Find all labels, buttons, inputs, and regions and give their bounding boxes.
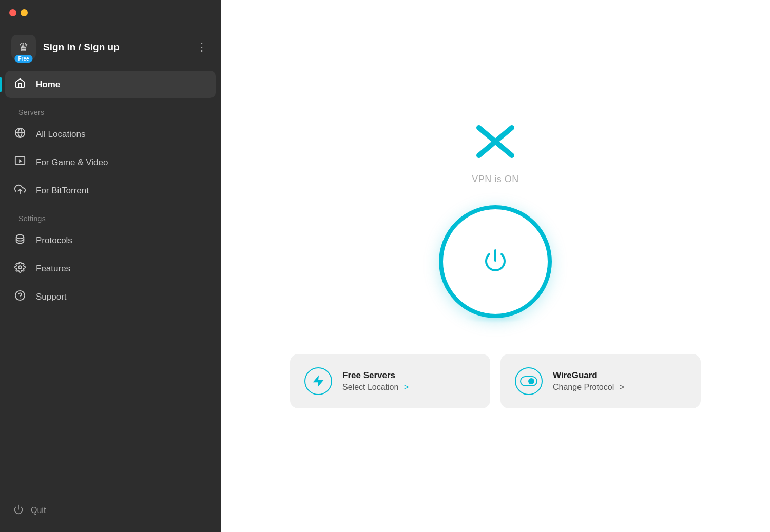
wireguard-arrow: > (620, 383, 624, 391)
sidebar: ♛ Free Sign in / Sign up ⋮ Home Servers (0, 0, 221, 532)
crown-icon: ♛ (18, 41, 29, 54)
sidebar-item-home-label: Home (36, 80, 60, 90)
sidebar-item-support[interactable]: Support (5, 283, 216, 310)
logo (475, 124, 516, 160)
sidebar-item-game-video-label: For Game & Video (36, 157, 108, 168)
svg-point-14 (528, 378, 534, 384)
wireguard-subtitle: Change Protocol > (553, 383, 686, 392)
bottom-cards: Free Servers Select Location > WireGuard… (264, 354, 726, 408)
svg-point-6 (18, 266, 22, 269)
free-servers-icon-wrap (304, 367, 332, 395)
sidebar-item-home[interactable]: Home (5, 71, 216, 98)
free-servers-text: Free Servers Select Location > (342, 370, 476, 392)
servers-label: Servers (5, 99, 216, 121)
power-button[interactable] (439, 205, 552, 318)
quit-icon (13, 504, 24, 517)
sidebar-item-features[interactable]: Features (5, 255, 216, 282)
play-icon (13, 155, 27, 169)
power-icon (480, 246, 511, 277)
wireguard-card[interactable]: WireGuard Change Protocol > (500, 354, 701, 408)
wireguard-text: WireGuard Change Protocol > (553, 370, 686, 392)
close-button[interactable] (9, 9, 16, 16)
svg-point-5 (16, 235, 24, 239)
user-section: ♛ Free Sign in / Sign up ⋮ (0, 26, 221, 71)
title-bar (0, 0, 221, 26)
sidebar-item-all-locations[interactable]: All Locations (5, 121, 216, 148)
gear-icon (13, 262, 27, 275)
quit-label: Quit (31, 506, 46, 515)
sidebar-item-protocols-label: Protocols (36, 235, 72, 246)
quit-button[interactable]: Quit (0, 494, 221, 532)
free-servers-card[interactable]: Free Servers Select Location > (290, 354, 490, 408)
user-name[interactable]: Sign in / Sign up (43, 42, 187, 53)
svg-marker-3 (19, 159, 22, 163)
free-badge: Free (14, 55, 32, 63)
sidebar-item-game-video[interactable]: For Game & Video (5, 149, 216, 176)
globe-icon (13, 127, 27, 141)
avatar: ♛ Free (11, 35, 36, 60)
free-servers-arrow: > (404, 383, 409, 391)
main-content: VPN is ON Free Servers Select Location > (221, 0, 770, 532)
upload-icon (13, 184, 27, 198)
minimize-button[interactable] (21, 9, 28, 16)
sidebar-item-features-label: Features (36, 264, 70, 274)
sidebar-item-bittorrent-label: For BitTorrent (36, 186, 89, 196)
more-button[interactable]: ⋮ (194, 38, 209, 56)
sidebar-item-all-locations-label: All Locations (36, 129, 85, 140)
sidebar-item-support-label: Support (36, 292, 67, 302)
svg-marker-12 (313, 375, 324, 387)
protocols-icon (13, 233, 27, 247)
settings-label: Settings (5, 205, 216, 227)
home-icon (13, 77, 27, 91)
help-icon (13, 290, 27, 304)
free-servers-subtitle: Select Location > (342, 383, 476, 392)
nav-section: Home Servers All Locations For G (0, 71, 221, 494)
wireguard-title: WireGuard (553, 370, 686, 381)
sidebar-item-protocols[interactable]: Protocols (5, 227, 216, 254)
free-servers-title: Free Servers (342, 370, 476, 381)
wireguard-icon-wrap (515, 367, 543, 395)
sidebar-item-bittorrent[interactable]: For BitTorrent (5, 177, 216, 204)
vpn-status: VPN is ON (472, 174, 519, 185)
